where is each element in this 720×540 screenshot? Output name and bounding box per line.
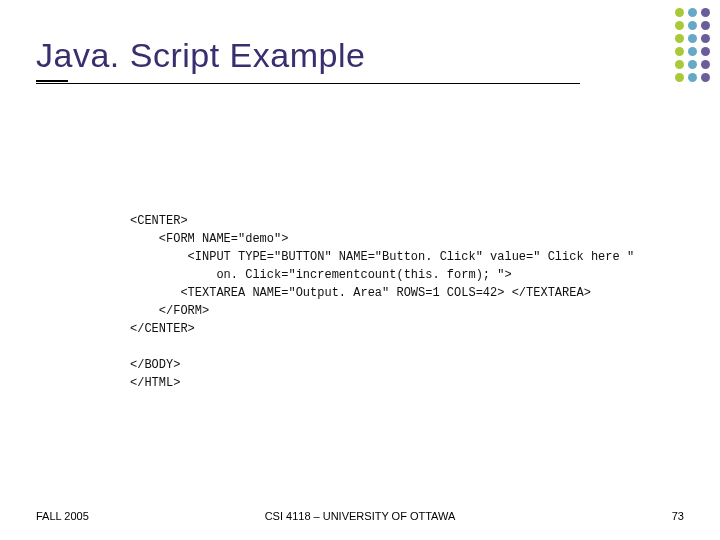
dot-column bbox=[688, 8, 697, 82]
dot-icon bbox=[688, 34, 697, 43]
title-area: Java. Script Example bbox=[36, 36, 580, 84]
dot-icon bbox=[701, 47, 710, 56]
slide: Java. Script Example <CENTER> <FORM NAME… bbox=[0, 0, 720, 540]
dot-icon bbox=[675, 8, 684, 17]
title-underline-short bbox=[36, 80, 68, 82]
dot-icon bbox=[701, 60, 710, 69]
dot-icon bbox=[688, 60, 697, 69]
code-block: <CENTER> <FORM NAME="demo"> <INPUT TYPE=… bbox=[130, 212, 660, 392]
dot-icon bbox=[688, 8, 697, 17]
dot-column bbox=[675, 8, 684, 82]
dot-icon bbox=[701, 34, 710, 43]
footer: FALL 2005 CSI 4118 – UNIVERSITY OF OTTAW… bbox=[36, 510, 684, 522]
dot-icon bbox=[675, 34, 684, 43]
slide-title: Java. Script Example bbox=[36, 36, 580, 77]
dot-icon bbox=[675, 21, 684, 30]
dot-icon bbox=[701, 8, 710, 17]
decorative-dots bbox=[675, 8, 710, 82]
title-underline-full bbox=[36, 83, 580, 84]
dot-icon bbox=[701, 73, 710, 82]
dot-icon bbox=[688, 21, 697, 30]
dot-icon bbox=[688, 73, 697, 82]
dot-icon bbox=[688, 47, 697, 56]
dot-icon bbox=[701, 21, 710, 30]
footer-center: CSI 4118 – UNIVERSITY OF OTTAWA bbox=[36, 510, 684, 522]
dot-icon bbox=[675, 73, 684, 82]
dot-column bbox=[701, 8, 710, 82]
dot-icon bbox=[675, 47, 684, 56]
dot-icon bbox=[675, 60, 684, 69]
